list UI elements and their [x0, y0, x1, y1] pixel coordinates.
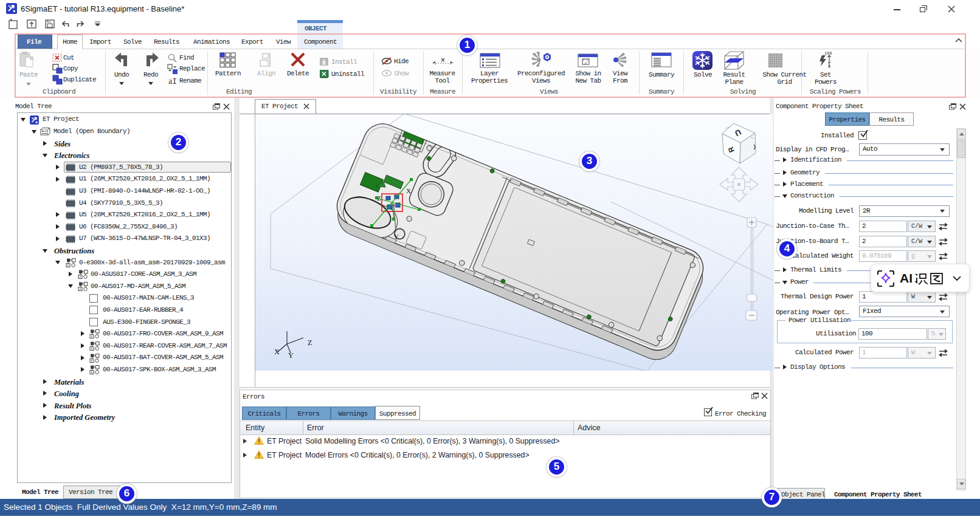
svg-text:X: X — [406, 187, 411, 194]
svg-text:Z: Z — [308, 338, 312, 347]
svg-text:0: 0 — [828, 64, 830, 69]
svg-text:X: X — [274, 348, 280, 356]
svg-text:Z: Z — [377, 194, 381, 202]
svg-text:Y: Y — [394, 233, 399, 240]
svg-text:100: 100 — [824, 51, 832, 56]
svg-text:Y: Y — [288, 351, 294, 360]
